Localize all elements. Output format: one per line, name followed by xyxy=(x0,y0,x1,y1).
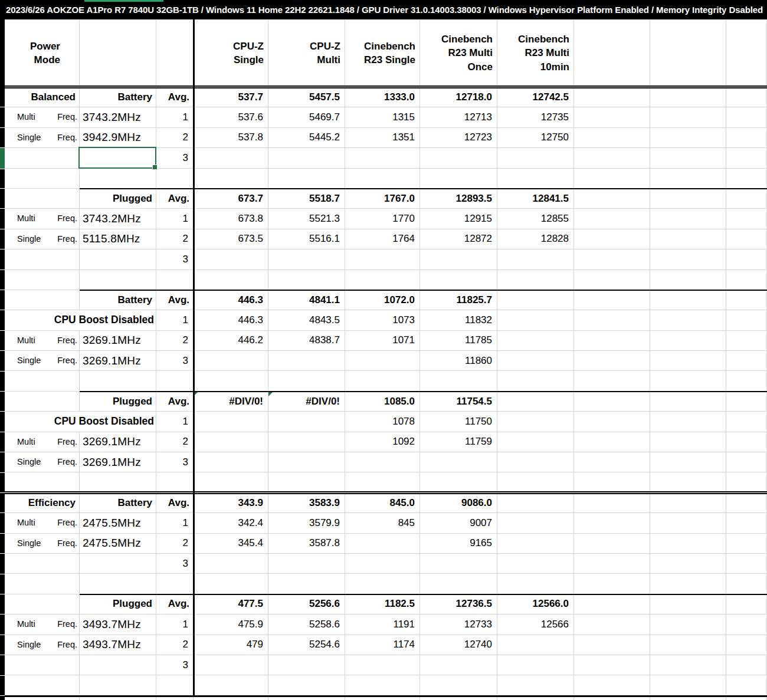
section-label-cell-C6[interactable]: Avg. xyxy=(156,189,194,209)
empty-cell-H15[interactable] xyxy=(497,371,574,391)
empty-cell-I26[interactable] xyxy=(574,594,650,614)
section-label-cell-C26[interactable]: Avg. xyxy=(156,594,194,614)
empty-cell-K22[interactable] xyxy=(726,513,767,533)
value-cell-E8[interactable]: 5516.1 xyxy=(268,229,345,249)
empty-cell-J20[interactable] xyxy=(650,472,726,492)
value-cell-E13[interactable]: 4838.7 xyxy=(268,331,345,351)
section-label-cell-B1[interactable]: Battery xyxy=(80,87,156,107)
value-cell-F3[interactable]: 1351 xyxy=(345,128,420,148)
empty-cell-I15[interactable] xyxy=(574,371,650,391)
avg-value-cell-F21[interactable]: 845.0 xyxy=(345,493,420,513)
run-index-cell-C24[interactable]: 3 xyxy=(156,554,194,574)
empty-cell-D15[interactable] xyxy=(194,371,268,391)
empty-cell-A5[interactable] xyxy=(5,169,80,189)
empty-cell-A9[interactable] xyxy=(5,249,80,270)
column-header-empty-K[interactable] xyxy=(726,19,767,87)
empty-cell-K26[interactable] xyxy=(726,594,767,614)
empty-cell-K14[interactable] xyxy=(726,351,767,371)
empty-cell-E31[interactable] xyxy=(268,696,345,700)
empty-cell-I17[interactable] xyxy=(574,412,650,432)
column-header-empty-J[interactable] xyxy=(650,19,726,87)
empty-cell-I24[interactable] xyxy=(574,554,650,574)
empty-cell-A30[interactable] xyxy=(5,675,80,695)
value-cell-F18[interactable]: 1092 xyxy=(345,432,420,452)
empty-cell-E5[interactable] xyxy=(268,169,345,189)
empty-cell-E10[interactable] xyxy=(268,270,345,290)
value-cell-E22[interactable]: 3579.9 xyxy=(268,513,345,533)
freq-value-cell-B28[interactable]: 3493.7MHz xyxy=(80,635,156,655)
empty-cell-I9[interactable] xyxy=(574,249,650,270)
value-cell-D13[interactable]: 446.2 xyxy=(194,331,268,351)
value-cell-F28[interactable]: 1174 xyxy=(345,635,420,655)
empty-cell-K21[interactable] xyxy=(726,493,767,513)
value-cell-H2[interactable]: 12735 xyxy=(497,107,574,127)
avg-value-cell-F11[interactable]: 1072.0 xyxy=(345,290,420,310)
empty-cell-J24[interactable] xyxy=(650,554,726,574)
value-cell-G17[interactable]: 11750 xyxy=(420,412,497,432)
freq-label-cell-A7[interactable]: Multi Freq. xyxy=(5,209,80,229)
empty-cell-J8[interactable] xyxy=(650,229,726,249)
empty-cell-D30[interactable] xyxy=(194,675,268,695)
empty-cell-A26[interactable] xyxy=(5,594,80,614)
value-cell-G23[interactable]: 9165 xyxy=(420,534,497,554)
column-header-empty-C[interactable] xyxy=(156,19,194,87)
freq-label-cell-A18[interactable]: Multi Freq. xyxy=(5,432,80,452)
empty-cell-K7[interactable] xyxy=(726,209,767,229)
empty-cell-K27[interactable] xyxy=(726,614,767,635)
empty-cell-F31[interactable] xyxy=(345,696,420,700)
section-label-cell-B16[interactable]: Plugged xyxy=(80,392,156,412)
empty-cell-B31[interactable] xyxy=(80,696,156,700)
empty-cell-H29[interactable] xyxy=(497,655,574,675)
empty-cell-J22[interactable] xyxy=(650,513,726,533)
empty-cell-E24[interactable] xyxy=(268,554,345,574)
empty-cell-K17[interactable] xyxy=(726,412,767,432)
empty-cell-J23[interactable] xyxy=(650,534,726,554)
value-cell-H8[interactable]: 12828 xyxy=(497,229,574,249)
freq-label-cell-A3[interactable]: Single Freq. xyxy=(5,128,80,148)
empty-cell-I7[interactable] xyxy=(574,209,650,229)
empty-cell-C31[interactable] xyxy=(156,696,194,700)
empty-cell-F20[interactable] xyxy=(345,472,420,492)
empty-cell-K11[interactable] xyxy=(726,290,767,310)
run-index-cell-C27[interactable]: 1 xyxy=(156,614,194,635)
value-cell-F22[interactable]: 845 xyxy=(345,513,420,533)
column-header-cpu-z-single[interactable]: CPU-Z Single xyxy=(194,19,268,87)
empty-cell-D31[interactable] xyxy=(194,696,268,700)
section-label-cell-B26[interactable]: Plugged xyxy=(80,594,156,614)
freq-value-cell-B22[interactable]: 2475.5MHz xyxy=(80,513,156,533)
run-index-cell-C19[interactable]: 3 xyxy=(156,452,194,472)
empty-cell-J16[interactable] xyxy=(650,392,726,412)
freq-label-cell-A27[interactable]: Multi Freq. xyxy=(5,614,80,635)
value-cell-G18[interactable]: 11759 xyxy=(420,432,497,452)
empty-cell-I5[interactable] xyxy=(574,169,650,189)
empty-cell-I10[interactable] xyxy=(574,270,650,290)
avg-value-cell-G26[interactable]: 12736.5 xyxy=(420,594,497,614)
freq-label-cell-A13[interactable]: Multi Freq. xyxy=(5,331,80,351)
empty-cell-A25[interactable] xyxy=(5,574,80,594)
empty-cell-F14[interactable] xyxy=(345,351,420,371)
cpu-boost-disabled-cell-A12[interactable]: CPU Boost Disabled xyxy=(5,310,156,330)
empty-cell-H28[interactable] xyxy=(497,635,574,655)
value-cell-F27[interactable]: 1191 xyxy=(345,614,420,635)
value-cell-F2[interactable]: 1315 xyxy=(345,107,420,127)
empty-cell-H9[interactable] xyxy=(497,249,574,270)
empty-cell-B29[interactable] xyxy=(80,655,156,675)
empty-cell-H16[interactable] xyxy=(497,392,574,412)
empty-cell-J14[interactable] xyxy=(650,351,726,371)
empty-cell-H24[interactable] xyxy=(497,554,574,574)
freq-label-cell-A14[interactable]: Single Freq. xyxy=(5,351,80,371)
freq-value-cell-B18[interactable]: 3269.1MHz xyxy=(80,432,156,452)
empty-cell-K20[interactable] xyxy=(726,472,767,492)
empty-cell-H5[interactable] xyxy=(497,169,574,189)
empty-cell-J13[interactable] xyxy=(650,331,726,351)
avg-value-cell-F16[interactable]: 1085.0 xyxy=(345,392,420,412)
empty-cell-E30[interactable] xyxy=(268,675,345,695)
value-cell-H7[interactable]: 12855 xyxy=(497,209,574,229)
empty-cell-A24[interactable] xyxy=(5,554,80,574)
empty-cell-H10[interactable] xyxy=(497,270,574,290)
empty-cell-K4[interactable] xyxy=(726,148,767,168)
empty-cell-B25[interactable] xyxy=(80,574,156,594)
section-label-cell-C11[interactable]: Avg. xyxy=(156,290,194,310)
empty-cell-I27[interactable] xyxy=(574,614,650,635)
empty-cell-I28[interactable] xyxy=(574,635,650,655)
